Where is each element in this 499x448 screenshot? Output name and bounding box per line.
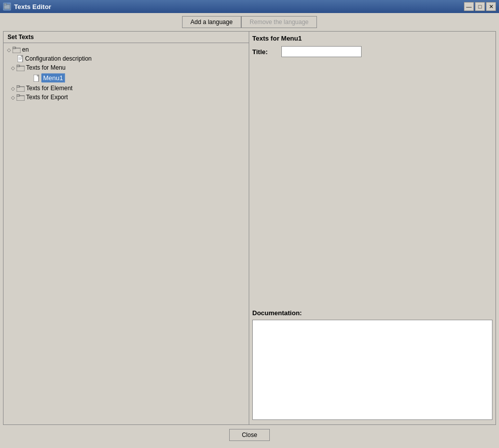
right-panel-header: Texts for Menu1: [252, 35, 492, 42]
documentation-label: Documentation:: [252, 309, 492, 317]
expand-icon-texts-menu: ◇: [10, 64, 17, 71]
folder-icon-texts-menu: [17, 65, 25, 71]
tree-label-texts-menu: Texts for Menu: [26, 64, 66, 71]
tree-label-texts-element: Texts for Element: [26, 85, 73, 92]
folder-icon-texts-export: [17, 94, 25, 101]
file-icon-menu1: [34, 75, 40, 82]
expand-icon-texts-element: ◇: [10, 85, 17, 92]
right-panel: Texts for Menu1 Title: Documentation:: [249, 32, 495, 424]
left-panel: Set Texts ◇ en: [4, 32, 249, 424]
tree-label-texts-export: Texts for Export: [26, 94, 68, 101]
svg-rect-12: [17, 86, 20, 87]
tree-node-config-desc[interactable]: Configuration description: [6, 54, 247, 63]
expand-icon-en: ◇: [6, 46, 13, 53]
bottom-bar: Close: [3, 425, 496, 445]
documentation-textarea[interactable]: [252, 320, 492, 420]
maximize-button[interactable]: □: [475, 2, 485, 11]
tree-label-config-desc: Configuration description: [25, 55, 92, 62]
svg-rect-14: [17, 95, 20, 96]
title-bar: Texts Editor — □ ✕: [0, 0, 499, 13]
minimize-button[interactable]: —: [464, 2, 474, 11]
folder-icon-en: [13, 47, 21, 53]
tree-area: ◇ en: [4, 43, 249, 424]
content-area: Set Texts ◇ en: [3, 31, 496, 425]
file-icon-config: [18, 55, 24, 62]
svg-rect-3: [13, 47, 16, 49]
close-button[interactable]: Close: [229, 429, 270, 441]
spacer: [252, 61, 492, 305]
title-input[interactable]: [281, 46, 362, 57]
expand-icon-texts-export: ◇: [10, 94, 17, 101]
app-icon: [3, 3, 11, 11]
folder-icon-texts-element: [17, 85, 25, 92]
svg-rect-9: [17, 65, 20, 67]
tree-label-menu1: Menu1: [41, 73, 65, 83]
tree-node-texts-menu[interactable]: ◇ Texts for Menu: [6, 63, 247, 72]
tree-label-en: en: [22, 46, 29, 53]
title-field-row: Title:: [252, 46, 492, 57]
close-window-button[interactable]: ✕: [486, 2, 496, 11]
toolbar: Add a language Remove the language: [3, 16, 496, 28]
set-texts-header: Set Texts: [4, 32, 249, 43]
svg-rect-1: [4, 4, 7, 5]
tree-node-menu1[interactable]: Menu1: [6, 72, 247, 84]
tree-node-texts-element[interactable]: ◇ Texts for Element: [6, 84, 247, 93]
window-controls: — □ ✕: [464, 2, 496, 11]
add-language-button[interactable]: Add a language: [182, 16, 241, 28]
title-label: Title:: [252, 48, 277, 56]
remove-language-button[interactable]: Remove the language: [241, 16, 317, 28]
title-bar-left: Texts Editor: [3, 3, 51, 11]
documentation-section: Documentation:: [252, 309, 492, 421]
tree-node-texts-export[interactable]: ◇ Texts for Export: [6, 93, 247, 102]
window-title: Texts Editor: [14, 3, 51, 11]
main-container: Add a language Remove the language Set T…: [0, 13, 499, 448]
tree-node-en[interactable]: ◇ en: [6, 45, 247, 54]
